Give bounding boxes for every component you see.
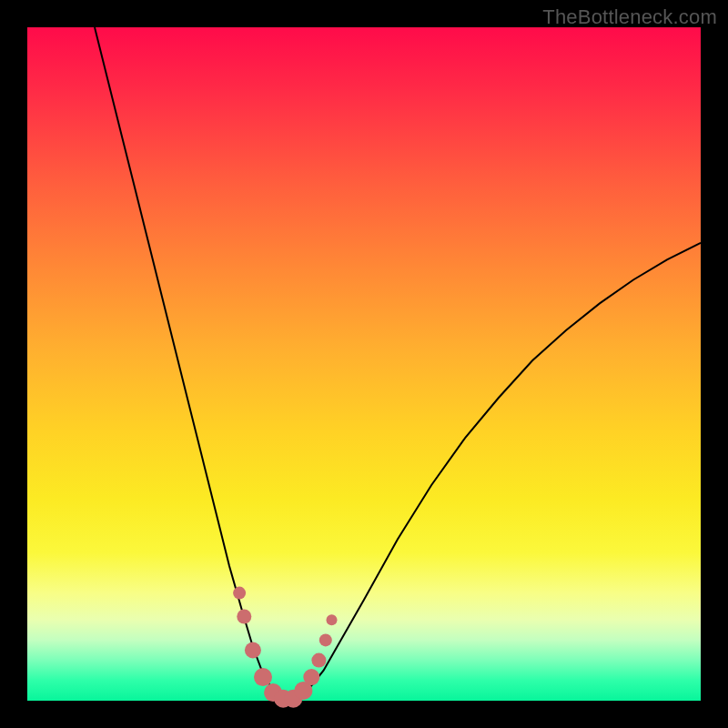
highlight-marker <box>319 633 332 646</box>
highlight-marker <box>327 614 338 625</box>
highlight-marker <box>311 653 326 668</box>
chart-frame: TheBottleneck.com <box>0 0 728 728</box>
plot-area <box>27 27 701 701</box>
highlight-marker <box>245 642 261 659</box>
watermark-text: TheBottleneck.com <box>542 5 717 29</box>
curve-right-branch <box>283 243 701 701</box>
curve-left-branch <box>95 27 283 701</box>
highlight-marker <box>303 669 319 685</box>
highlight-marker <box>233 587 246 600</box>
curve-svg <box>27 27 701 701</box>
highlight-marker <box>237 610 251 624</box>
highlight-marker <box>254 668 272 686</box>
